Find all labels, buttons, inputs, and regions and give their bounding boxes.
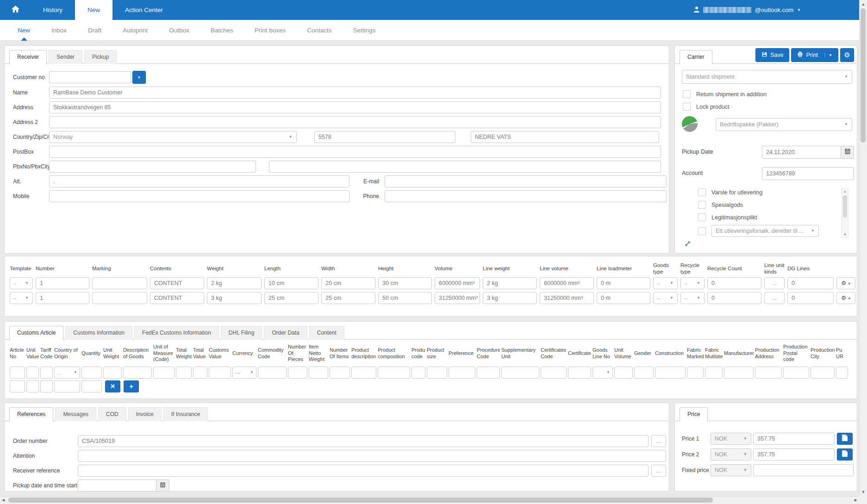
customs-cell-fabric-mutilated-input[interactable] bbox=[705, 367, 723, 379]
customs-cell-product-code-input[interactable] bbox=[412, 367, 425, 379]
name-input[interactable]: RamBase Demo Customer bbox=[49, 87, 661, 99]
package-cell-line-weight[interactable]: 3 kg bbox=[483, 292, 537, 304]
customs-cell-tariff-code-input[interactable] bbox=[40, 367, 53, 379]
currency-select[interactable]: NOK▼ bbox=[711, 448, 751, 460]
save-button[interactable]: Save bbox=[755, 48, 790, 62]
customs-cell-production-city-input[interactable] bbox=[811, 367, 835, 379]
package-cell-marking[interactable] bbox=[92, 292, 147, 304]
customs-cell-article-no-input[interactable] bbox=[10, 367, 25, 379]
price-document-button[interactable] bbox=[837, 433, 853, 445]
pickup-start-input[interactable] bbox=[78, 479, 156, 492]
customs-cell-quantity-row2[interactable] bbox=[81, 380, 102, 392]
package-cell-go-ods-type[interactable]: -.▼ bbox=[653, 292, 678, 304]
package-cell-recycle-type[interactable]: -.▼ bbox=[680, 292, 705, 304]
package-cell-recycle-count[interactable]: 0 bbox=[707, 292, 761, 304]
customs-cell-supplementary-unit-input[interactable] bbox=[501, 367, 539, 379]
customs-cell-certificates-code-input[interactable] bbox=[541, 367, 567, 379]
customs-cell-fabric-marked-input[interactable] bbox=[687, 367, 704, 379]
scrollbar-thumb[interactable] bbox=[8, 498, 713, 503]
scroll-left-icon[interactable]: ◀ bbox=[2, 497, 5, 504]
package-cell-width[interactable]: 25 cm bbox=[321, 292, 375, 304]
package-cell-template[interactable]: -▼ bbox=[10, 292, 33, 304]
customs-cell-quantity-input[interactable] bbox=[81, 367, 102, 379]
package-cell-length[interactable]: 10 cm bbox=[264, 277, 318, 289]
customs-cell-unit-value-input[interactable] bbox=[26, 367, 39, 379]
delete-row-button x-icon[interactable]: × bbox=[105, 380, 120, 392]
customs-cell-goods-line-no-select[interactable]: ▼ bbox=[593, 367, 613, 379]
tab-pickup[interactable]: Pickup bbox=[84, 50, 117, 64]
shipment-type-select[interactable]: Standard shipment ▼ bbox=[682, 70, 852, 84]
package-cell-recycle-count[interactable]: 0 bbox=[707, 277, 761, 289]
package-cell-height[interactable]: 30 cm bbox=[378, 277, 432, 289]
customs-cell-gender-input[interactable] bbox=[634, 367, 654, 379]
user-menu[interactable]: @outlook.com ▼ bbox=[694, 0, 801, 20]
pickup-date-calendar-button[interactable] bbox=[841, 146, 854, 159]
home-button[interactable] bbox=[0, 0, 31, 20]
checkbox[interactable] bbox=[698, 227, 706, 235]
print-button[interactable]: Print ▼ bbox=[791, 48, 838, 62]
city-input[interactable]: NEDRE VATS bbox=[471, 131, 659, 143]
customs-cell-unit-volume-input[interactable] bbox=[614, 367, 633, 379]
customs-cell-unit-weight-input[interactable] bbox=[103, 367, 122, 379]
pickup-start-calendar-button[interactable] bbox=[156, 479, 169, 492]
customs-cell-product-composition-input[interactable] bbox=[378, 367, 410, 379]
tab-price[interactable]: Price bbox=[680, 407, 708, 422]
nav-item-settings[interactable]: Settings bbox=[353, 20, 376, 41]
address2-input[interactable] bbox=[49, 116, 661, 128]
vertical-scrollbar[interactable]: ▲ ▼ bbox=[859, 0, 867, 496]
customs-cell-procedure-code-input[interactable] bbox=[477, 367, 500, 379]
checkbox[interactable] bbox=[683, 103, 691, 111]
order-number-lookup-button[interactable]: ... bbox=[651, 435, 666, 447]
customs-cell-unit-value-row2[interactable] bbox=[26, 380, 39, 392]
price-value-input[interactable]: 357.75 bbox=[753, 448, 835, 460]
receiver-reference-lookup-button[interactable]: ... bbox=[651, 465, 666, 477]
tab-messages[interactable]: Messages bbox=[55, 407, 96, 421]
package-cell-recycle-type[interactable]: -.▼ bbox=[680, 277, 705, 289]
pickup-date-input[interactable]: 24.11.2020 bbox=[762, 146, 841, 159]
package-cell-contents[interactable]: CONTENT bbox=[150, 292, 204, 304]
horizontal-scrollbar[interactable]: ◀ ▶ bbox=[0, 496, 859, 504]
currency-select[interactable]: NOK▼ bbox=[711, 433, 751, 445]
package-cell-line-weight[interactable]: 2 kg bbox=[483, 277, 537, 289]
package-cell-length[interactable]: 25 cm bbox=[264, 292, 318, 304]
customs-cell-pu-ur-input[interactable] bbox=[836, 367, 848, 379]
tab-content[interactable]: Content bbox=[309, 326, 344, 340]
package-cell-contents[interactable]: CONTENT bbox=[150, 277, 204, 289]
scrollbar-thumb[interactable] bbox=[861, 8, 866, 143]
pbxcity-input[interactable] bbox=[269, 161, 661, 173]
package-cell-line-unit-kinds-button[interactable]: ... bbox=[764, 292, 785, 304]
customs-cell-country-of-origin-select[interactable]: ...▼ bbox=[54, 367, 80, 379]
customs-cell-preference-input[interactable] bbox=[449, 367, 475, 379]
customs-cell-number-of-pieces-input[interactable] bbox=[288, 367, 307, 379]
scrollbar-thumb[interactable] bbox=[843, 195, 847, 218]
checkbox[interactable] bbox=[698, 201, 706, 209]
customs-cell-product-description-input[interactable] bbox=[351, 367, 376, 379]
tab-carrier[interactable]: Carrier bbox=[680, 50, 712, 64]
tab-customs-information[interactable]: Customs Information bbox=[65, 326, 132, 340]
customs-cell-customs-value-input[interactable] bbox=[209, 367, 231, 379]
customs-cell-production-postal-code-input[interactable] bbox=[783, 367, 809, 379]
nav-item-batches[interactable]: Batches bbox=[211, 20, 233, 41]
customs-cell-total-value-input[interactable] bbox=[193, 367, 207, 379]
zip-input[interactable]: 5578 bbox=[314, 131, 455, 143]
customs-cell-manufacturer-input[interactable] bbox=[724, 367, 754, 379]
tab-fedex-customs-information[interactable]: FedEx Customs Information bbox=[134, 326, 219, 340]
nav-item-autoprint[interactable]: Autoprint bbox=[123, 20, 148, 41]
nav-item-inbox[interactable]: Inbox bbox=[51, 20, 67, 41]
package-cell-weight[interactable]: 2 kg bbox=[207, 277, 262, 289]
price-document-button[interactable] bbox=[837, 448, 853, 460]
checkbox[interactable] bbox=[698, 188, 706, 196]
receiver-reference-input[interactable] bbox=[78, 465, 649, 477]
country-select[interactable]: Norway ▼ bbox=[49, 131, 297, 143]
package-cell-weight[interactable]: 3 kg bbox=[207, 292, 262, 304]
package-cell-line-loadmeter[interactable]: 0 m bbox=[597, 277, 650, 289]
address-input[interactable]: Stokkastrandvegen 85 bbox=[49, 101, 661, 113]
customs-cell-item-netto-weight-input[interactable] bbox=[309, 367, 328, 379]
tab-cod[interactable]: COD bbox=[98, 407, 126, 421]
services-scrollbar[interactable]: ▲ ▼ bbox=[842, 188, 848, 238]
customer-no-input[interactable] bbox=[49, 71, 131, 83]
package-cell-line-volume[interactable]: 6000000 mm³ bbox=[540, 277, 594, 289]
settings-button[interactable]: ⚙ bbox=[840, 48, 854, 62]
customs-cell-construction-input[interactable] bbox=[655, 367, 686, 379]
price-value-input[interactable]: 357.75 bbox=[753, 433, 835, 445]
